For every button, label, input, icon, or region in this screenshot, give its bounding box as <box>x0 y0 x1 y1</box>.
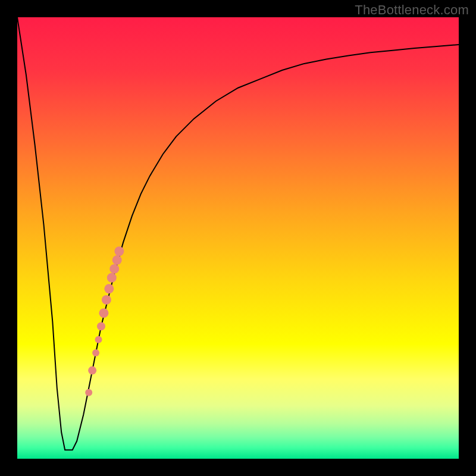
highlighted-point <box>114 246 124 256</box>
highlighted-point <box>112 255 122 265</box>
highlighted-point <box>107 273 117 283</box>
gradient-background <box>17 17 459 459</box>
highlighted-point <box>97 322 105 330</box>
highlighted-point <box>88 367 96 375</box>
chart-svg <box>17 17 459 459</box>
highlighted-point <box>104 284 114 293</box>
bottleneck-chart <box>17 17 459 459</box>
highlighted-point <box>102 295 111 305</box>
highlighted-point <box>109 264 119 274</box>
highlighted-point <box>95 336 102 343</box>
highlighted-point <box>85 389 92 396</box>
watermark-text: TheBottleneck.com <box>355 2 469 18</box>
highlighted-point <box>99 308 108 318</box>
highlighted-point <box>92 349 99 356</box>
chart-frame: TheBottleneck.com <box>0 0 476 476</box>
